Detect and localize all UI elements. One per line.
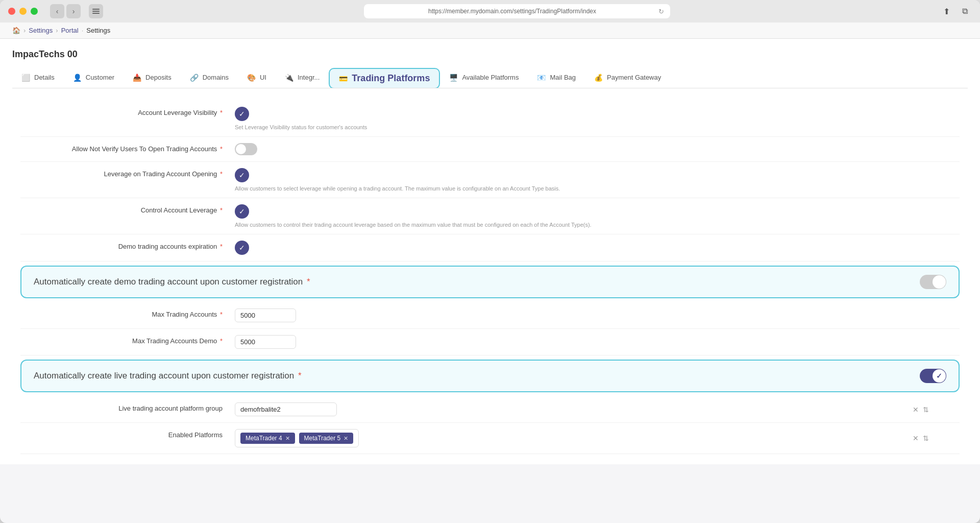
max-trading-accounts-demo-row: Max Trading Accounts Demo * xyxy=(20,329,960,355)
tab-details[interactable]: ⬜ Details xyxy=(12,68,64,88)
max-trading-accounts-demo-input[interactable] xyxy=(235,335,296,349)
content-area: ImpacTechs 00 ⬜ Details 👤 Customer 📥 Dep… xyxy=(0,39,980,464)
account-leverage-desc: Set Leverage Visibility status for custo… xyxy=(235,124,367,130)
max-trading-accounts-value xyxy=(235,308,296,322)
leverage-on-opening-desc: Allow customers to select leverage while… xyxy=(235,185,560,192)
expand-icon[interactable]: ✕ xyxy=(913,406,919,414)
platforms-expand-icon[interactable]: ✕ xyxy=(913,434,919,442)
live-trading-platform-group-value xyxy=(235,402,337,416)
back-button[interactable]: ‹ xyxy=(50,4,64,18)
enabled-platforms-label: Enabled Platforms xyxy=(20,429,235,439)
control-account-leverage-label: Control Account Leverage * xyxy=(20,204,235,214)
minimize-button[interactable] xyxy=(19,8,27,15)
integrations-icon: 🔌 xyxy=(285,74,293,82)
close-button[interactable] xyxy=(8,8,15,15)
enabled-platforms-row: Enabled Platforms MetaTrader 4 ✕ MetaTra… xyxy=(20,423,960,454)
tab-trading-platforms[interactable]: 💳 Trading Platforms xyxy=(329,68,440,88)
account-leverage-visibility-value: ✓ Set Leverage Visibility status for cus… xyxy=(235,107,367,130)
allow-not-verify-label: Allow Not Verify Users To Open Trading A… xyxy=(20,143,235,153)
breadcrumb-portal[interactable]: Portal xyxy=(61,27,79,34)
platforms-sort-icon[interactable]: ⇅ xyxy=(923,434,929,442)
auto-create-live-label: Automatically create live trading accoun… xyxy=(34,371,302,381)
customer-icon: 👤 xyxy=(73,74,82,82)
account-leverage-visibility-label: Account Leverage Visibility * xyxy=(20,107,235,116)
demo-trading-expiration-row: Demo trading accounts expiration * ✓ xyxy=(20,234,960,262)
title-bar: ‹ › https://member.mydomain.com/settings… xyxy=(0,0,980,22)
forward-button[interactable]: › xyxy=(66,4,81,18)
page-title: ImpacTechs 00 xyxy=(12,49,968,60)
max-trading-accounts-demo-label: Max Trading Accounts Demo * xyxy=(20,335,235,345)
tab-ui[interactable]: 🎨 UI xyxy=(238,68,276,88)
breadcrumb-sep1: › xyxy=(23,27,26,34)
auto-create-live-box: Automatically create live trading accoun… xyxy=(20,360,960,392)
refresh-button[interactable]: ↻ xyxy=(658,8,664,15)
live-trading-platform-group-label: Live trading account platform group xyxy=(20,402,235,412)
auto-create-demo-label: Automatically create demo trading accoun… xyxy=(34,277,310,287)
breadcrumb-sep2: › xyxy=(56,27,58,34)
breadcrumb-settings[interactable]: Settings xyxy=(29,27,53,34)
allow-not-verify-row: Allow Not Verify Users To Open Trading A… xyxy=(20,137,960,162)
mail-bag-icon: 📧 xyxy=(537,74,546,82)
tab-domains[interactable]: 🔗 Domains xyxy=(181,68,238,88)
tab-customer[interactable]: 👤 Customer xyxy=(64,68,124,88)
enabled-platforms-tags: MetaTrader 4 ✕ MetaTrader 5 ✕ xyxy=(235,429,359,447)
demo-expiration-toggle[interactable]: ✓ xyxy=(235,241,249,255)
metatrader4-tag[interactable]: MetaTrader 4 ✕ xyxy=(240,433,295,444)
control-account-leverage-value: ✓ Allow customers to control their tradi… xyxy=(235,204,592,228)
svg-rect-2 xyxy=(92,13,100,14)
leverage-on-opening-toggle[interactable]: ✓ xyxy=(235,168,249,182)
remove-mt4-button[interactable]: ✕ xyxy=(285,435,290,442)
trading-platforms-icon: 💳 xyxy=(339,75,348,83)
live-trading-platform-group-input[interactable] xyxy=(235,402,337,416)
tab-available-platforms[interactable]: 🖥️ Available Platforms xyxy=(440,68,528,88)
main-window: ‹ › https://member.mydomain.com/settings… xyxy=(0,0,980,523)
details-icon: ⬜ xyxy=(21,74,30,82)
allow-not-verify-value xyxy=(235,143,257,155)
tab-deposits[interactable]: 📥 Deposits xyxy=(124,68,181,88)
sidebar-toggle-button[interactable] xyxy=(89,4,103,18)
max-trading-accounts-label: Max Trading Accounts * xyxy=(20,308,235,318)
nav-arrows: ‹ › xyxy=(50,4,81,18)
available-platforms-icon: 🖥️ xyxy=(449,74,458,82)
allow-not-verify-toggle[interactable] xyxy=(235,143,257,155)
leverage-on-opening-row: Leverage on Trading Account Opening * ✓ … xyxy=(20,162,960,198)
tab-payment-gateway[interactable]: 💰 Payment Gateway xyxy=(585,68,670,88)
enabled-platforms-value: MetaTrader 4 ✕ MetaTrader 5 ✕ xyxy=(235,429,359,447)
max-trading-accounts-demo-value xyxy=(235,335,296,349)
account-leverage-visibility-row: Account Leverage Visibility * ✓ Set Leve… xyxy=(20,101,960,137)
tabs-button[interactable]: ⧉ xyxy=(958,4,972,18)
breadcrumb-home-icon: 🏠 xyxy=(12,27,20,34)
toolbar-actions: ⬆ ⧉ xyxy=(939,4,972,18)
maximize-button[interactable] xyxy=(31,8,38,15)
live-trading-platform-group-row: Live trading account platform group ✕ ⇅ xyxy=(20,396,960,423)
sort-icon[interactable]: ⇅ xyxy=(923,406,929,414)
auto-create-demo-toggle[interactable] xyxy=(920,275,946,289)
share-button[interactable]: ⬆ xyxy=(939,4,953,18)
demo-trading-expiration-value: ✓ xyxy=(235,241,249,255)
traffic-lights xyxy=(8,8,38,15)
demo-trading-expiration-label: Demo trading accounts expiration * xyxy=(20,241,235,250)
metatrader5-tag[interactable]: MetaTrader 5 ✕ xyxy=(299,433,354,444)
address-text: https://member.mydomain.com/settings/Tra… xyxy=(370,8,654,15)
breadcrumb: 🏠 › Settings › Portal · Settings xyxy=(0,22,980,39)
breadcrumb-sep3: · xyxy=(82,27,84,34)
domains-icon: 🔗 xyxy=(190,74,199,82)
max-trading-accounts-input[interactable] xyxy=(235,308,296,322)
leverage-on-opening-value: ✓ Allow customers to select leverage whi… xyxy=(235,168,560,192)
max-trading-accounts-row: Max Trading Accounts * xyxy=(20,302,960,329)
control-leverage-toggle[interactable]: ✓ xyxy=(235,204,249,219)
auto-create-live-toggle[interactable]: ✓ xyxy=(920,369,946,383)
payment-gateway-icon: 💰 xyxy=(594,74,603,82)
remove-mt5-button[interactable]: ✕ xyxy=(344,435,348,442)
control-leverage-desc: Allow customers to control their trading… xyxy=(235,222,592,228)
address-bar[interactable]: https://member.mydomain.com/settings/Tra… xyxy=(364,4,670,18)
account-leverage-toggle[interactable]: ✓ xyxy=(235,107,249,121)
svg-rect-1 xyxy=(92,11,100,12)
tab-integrations[interactable]: 🔌 Integr... xyxy=(276,68,329,88)
control-account-leverage-row: Control Account Leverage * ✓ Allow custo… xyxy=(20,198,960,234)
tabs-container: ⬜ Details 👤 Customer 📥 Deposits 🔗 Domain… xyxy=(12,68,968,88)
svg-rect-0 xyxy=(92,9,100,10)
tab-mail-bag[interactable]: 📧 Mail Bag xyxy=(528,68,585,88)
breadcrumb-current: Settings xyxy=(86,27,110,34)
leverage-on-opening-label: Leverage on Trading Account Opening * xyxy=(20,168,235,178)
